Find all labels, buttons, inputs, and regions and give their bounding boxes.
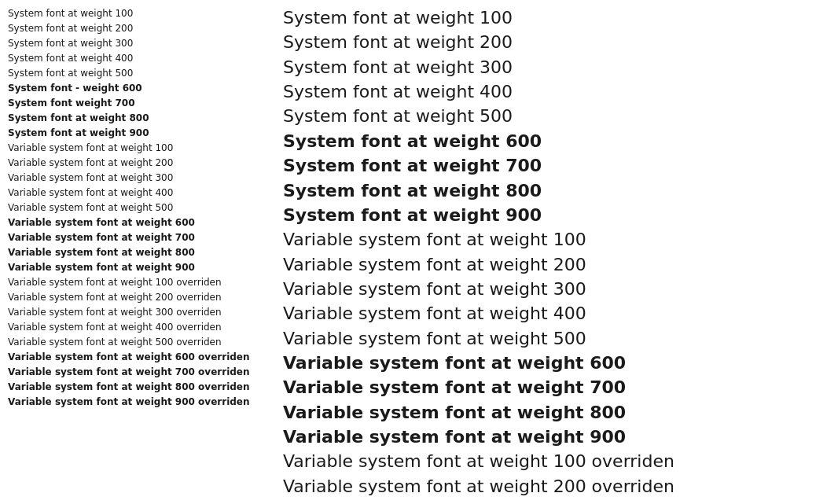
left-var-override-800: Variable system font at weight 800 overr…	[8, 380, 259, 394]
left-system-font-600: System font - weight 600	[8, 81, 259, 95]
right-system-font-900: System font at weight 900	[283, 204, 830, 227]
left-system-font-900: System font at weight 900	[8, 126, 259, 140]
left-var-font-600: Variable system font at weight 600	[8, 215, 259, 230]
right-var-font-700: Variable system font at weight 700	[283, 376, 830, 399]
right-column: System font at weight 100 System font at…	[259, 6, 830, 504]
left-var-font-200: Variable system font at weight 200	[8, 156, 259, 170]
left-var-font-100: Variable system font at weight 100	[8, 141, 259, 155]
right-system-font-800: System font at weight 800	[283, 179, 830, 203]
left-var-override-200: Variable system font at weight 200 overr…	[8, 290, 259, 304]
left-system-font-700: System font weight 700	[8, 96, 259, 110]
left-var-font-400: Variable system font at weight 400	[8, 186, 259, 200]
left-var-font-500: Variable system font at weight 500	[8, 200, 259, 215]
left-system-font-500: System font at weight 500	[8, 66, 259, 80]
left-system-font-300: System font at weight 300	[8, 36, 259, 50]
right-system-font-600: System font at weight 600	[283, 130, 830, 153]
right-system-font-400: System font at weight 400	[283, 80, 830, 104]
left-system-font-800: System font at weight 800	[8, 111, 259, 125]
right-system-font-300: System font at weight 300	[283, 56, 830, 79]
left-var-font-900: Variable system font at weight 900	[8, 260, 259, 274]
right-var-font-800: Variable system font at weight 800	[283, 401, 830, 425]
right-var-font-300: Variable system font at weight 300	[283, 278, 830, 301]
right-var-font-600: Variable system font at weight 600	[283, 351, 830, 375]
left-var-override-700: Variable system font at weight 700 overr…	[8, 365, 259, 379]
right-var-override-200: Variable system font at weight 200 overr…	[283, 475, 830, 498]
right-var-font-500: Variable system font at weight 500	[283, 327, 830, 351]
left-system-font-200: System font at weight 200	[8, 21, 259, 35]
left-system-font-400: System font at weight 400	[8, 51, 259, 65]
left-var-override-300: Variable system font at weight 300 overr…	[8, 305, 259, 319]
left-column: System font at weight 100 System font at…	[8, 6, 259, 504]
right-system-font-100: System font at weight 100	[283, 6, 830, 30]
right-var-override-300: Variable system font at weight 300 overr…	[283, 499, 830, 504]
left-system-font-100: System font at weight 100	[8, 6, 259, 20]
right-system-font-700: System font at weight 700	[283, 154, 830, 178]
right-var-font-200: Variable system font at weight 200	[283, 253, 830, 277]
right-var-font-100: Variable system font at weight 100	[283, 228, 830, 252]
right-var-font-400: Variable system font at weight 400	[283, 302, 830, 326]
left-var-override-900: Variable system font at weight 900 overr…	[8, 395, 259, 409]
left-var-font-800: Variable system font at weight 800	[8, 245, 259, 259]
right-system-font-500: System font at weight 500	[283, 105, 830, 128]
right-system-font-200: System font at weight 200	[283, 31, 830, 54]
right-var-font-900: Variable system font at weight 900	[283, 425, 830, 449]
left-var-override-400: Variable system font at weight 400 overr…	[8, 320, 259, 334]
right-var-override-100: Variable system font at weight 100 overr…	[283, 450, 830, 473]
left-var-override-500: Variable system font at weight 500 overr…	[8, 335, 259, 349]
left-var-font-300: Variable system font at weight 300	[8, 171, 259, 185]
left-var-override-600: Variable system font at weight 600 overr…	[8, 350, 259, 364]
left-var-font-700: Variable system font at weight 700	[8, 230, 259, 245]
left-var-override-100: Variable system font at weight 100 overr…	[8, 275, 259, 289]
